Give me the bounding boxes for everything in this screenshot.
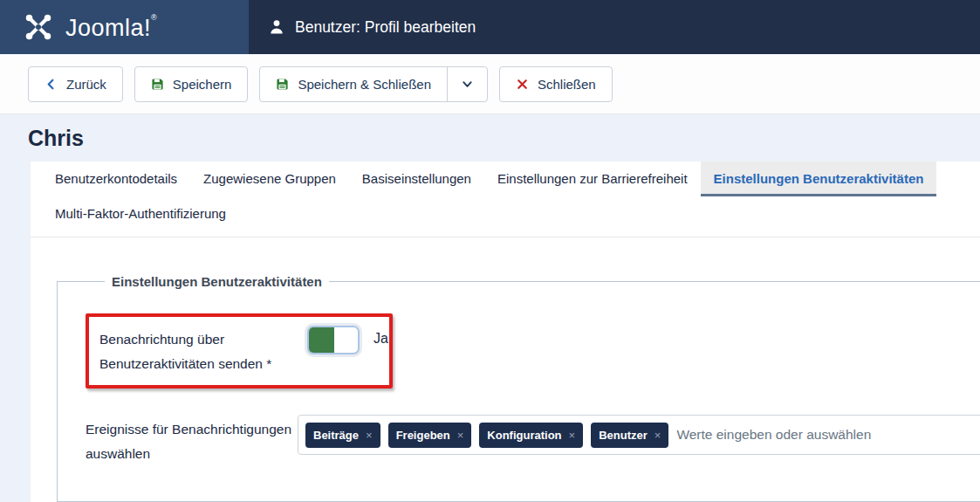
tag-remove-icon[interactable]: × <box>569 429 576 442</box>
profile-tabs: Benutzerkontodetails Zugewiesene Gruppen… <box>31 162 980 237</box>
user-name-heading: Chris <box>0 114 980 162</box>
tag-remove-icon[interactable]: × <box>457 429 464 442</box>
close-x-icon <box>516 78 529 91</box>
page-title-text: Benutzer: Profil bearbeiten <box>295 18 476 37</box>
events-label: Ereignisse für Benachrichtigungen auswäh… <box>86 417 298 466</box>
edit-profile-card: Benutzerkontodetails Zugewiesene Gruppen… <box>31 162 980 502</box>
tag-chip[interactable]: Freigeben× <box>388 423 472 448</box>
tab-benutzeraktivitaeten[interactable]: Einstellungen Benutzeraktivitäten <box>701 162 937 196</box>
save-icon <box>276 78 289 91</box>
tab-barrierefreiheit[interactable]: Einstellungen zur Barrierefreiheit <box>484 162 701 196</box>
back-button[interactable]: Zurück <box>28 66 123 102</box>
notify-highlight-box: Benachrichtung über Benutzeraktivitäten … <box>86 313 393 389</box>
tag-remove-icon[interactable]: × <box>366 429 373 442</box>
save-options-dropdown-button[interactable] <box>447 66 488 102</box>
tag-chip[interactable]: Konfiguration× <box>479 423 583 448</box>
joomla-logo-icon <box>23 11 54 43</box>
tab-basiseinstellungen[interactable]: Basiseinstellungen <box>349 162 484 196</box>
tag-chip[interactable]: Benutzer× <box>591 423 668 448</box>
app-header: Joomla!® Benutzer: Profil bearbeiten <box>0 0 980 54</box>
tags-input[interactable] <box>676 427 980 443</box>
tab-benutzerkontodetails[interactable]: Benutzerkontodetails <box>42 162 190 196</box>
toolbar: Zurück Speichern Speichern & Schließen <box>0 54 980 114</box>
page-title: Benutzer: Profil bearbeiten <box>249 0 476 54</box>
notify-label: Benachrichtung über Benutzeraktivitäten … <box>99 327 307 376</box>
joomla-wordmark: Joomla!® <box>65 13 157 42</box>
tag-chip[interactable]: Beiträge× <box>305 423 380 448</box>
tag-remove-icon[interactable]: × <box>654 429 661 442</box>
toggle-value-label: Ja <box>373 331 388 347</box>
panel-legend: Einstellungen Benutzeraktivitäten <box>105 274 329 289</box>
chevron-down-icon <box>461 78 474 91</box>
save-close-button[interactable]: Speichern & Schließen <box>259 66 448 102</box>
tab-zugewiesene-gruppen[interactable]: Zugewiesene Gruppen <box>190 162 349 196</box>
events-tags-field[interactable]: Beiträge× Freigeben× Konfiguration× Benu… <box>298 415 980 455</box>
joomla-logo: Joomla!® <box>0 0 249 54</box>
tab-multi-faktor[interactable]: Multi-Faktor-Authentifizierung <box>42 196 239 231</box>
chevron-left-icon <box>45 78 58 91</box>
toggle-on-segment <box>309 327 334 353</box>
save-icon <box>151 78 164 91</box>
close-button[interactable]: Schließen <box>499 66 613 102</box>
save-button[interactable]: Speichern <box>134 66 249 102</box>
user-activity-settings-panel: Einstellungen Benutzeraktivitäten Benach… <box>57 274 980 502</box>
save-close-group: Speichern & Schließen <box>259 66 488 102</box>
events-field-row: Ereignisse für Benachrichtigungen auswäh… <box>86 415 980 466</box>
notify-toggle[interactable] <box>307 326 360 354</box>
user-icon <box>268 18 285 36</box>
